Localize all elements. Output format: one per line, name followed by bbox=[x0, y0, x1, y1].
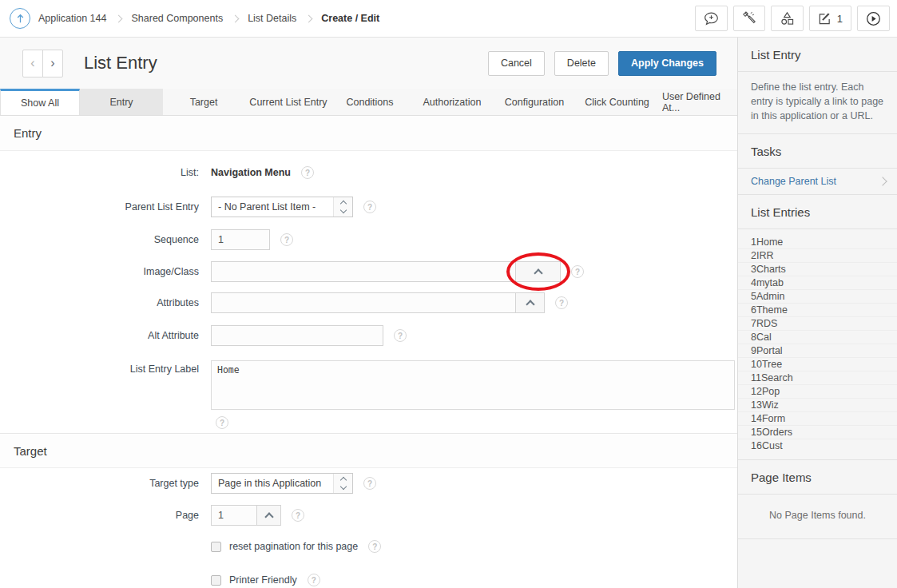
page-header: ‹ › List Entry Cancel Delete Apply Chang… bbox=[0, 38, 737, 89]
list-entry-item[interactable]: 6Theme bbox=[738, 304, 897, 317]
shared-components-button[interactable] bbox=[771, 6, 804, 31]
list-entry-item[interactable]: 16Cust bbox=[738, 439, 897, 453]
list-entry-item[interactable]: 5Admin bbox=[738, 290, 897, 304]
tab-show-all[interactable]: Show All bbox=[0, 89, 80, 115]
tab-entry[interactable]: Entry bbox=[80, 89, 163, 115]
list-entry-item[interactable]: 10Tree bbox=[738, 358, 897, 371]
field-row-printer-friendly: Printer Friendly bbox=[0, 574, 737, 586]
image-class-input[interactable] bbox=[211, 261, 516, 282]
help-icon[interactable] bbox=[308, 574, 320, 586]
apply-changes-button[interactable]: Apply Changes bbox=[618, 51, 716, 76]
tab-user-defined[interactable]: User Defined At... bbox=[662, 89, 737, 115]
change-parent-list-label: Change Parent List bbox=[751, 176, 836, 187]
field-row-attributes: Attributes bbox=[0, 292, 737, 313]
page-title: List Entry bbox=[84, 53, 157, 74]
list-entries-list: 1Home 2IRR 3Charts 4mytab 5Admin 6Theme … bbox=[738, 229, 897, 460]
field-row-target-type: Target type Page in this Application bbox=[0, 473, 737, 494]
target-section-header: Target bbox=[0, 433, 737, 468]
tab-target[interactable]: Target bbox=[163, 89, 244, 115]
help-icon[interactable] bbox=[555, 296, 568, 309]
delete-button[interactable]: Delete bbox=[554, 51, 609, 76]
list-entry-item[interactable]: 14Form bbox=[738, 412, 897, 426]
run-application-button[interactable] bbox=[857, 6, 890, 31]
list-entry-item[interactable]: 3Charts bbox=[738, 263, 897, 276]
field-row-reset-pagination: reset pagination for this page bbox=[0, 540, 737, 553]
list-entry-item[interactable]: 11Search bbox=[738, 371, 897, 385]
chevron-left-icon: ‹ bbox=[30, 56, 34, 70]
target-type-label: Target type bbox=[0, 478, 211, 489]
field-row-image-class: Image/Class bbox=[0, 261, 737, 282]
page-input[interactable] bbox=[211, 505, 257, 526]
field-row-page: Page bbox=[0, 505, 737, 526]
select-spinner-icon bbox=[333, 197, 352, 217]
feedback-bubble-icon bbox=[704, 12, 719, 26]
list-entry-item[interactable]: 15Orders bbox=[738, 426, 897, 439]
attributes-label: Attributes bbox=[0, 297, 211, 308]
tab-current-list-entry[interactable]: Current List Entry bbox=[244, 89, 332, 115]
up-level-icon[interactable] bbox=[10, 8, 30, 29]
form-tabs: Show All Entry Target Current List Entry… bbox=[0, 89, 737, 116]
list-entry-item[interactable]: 1Home bbox=[738, 236, 897, 249]
play-icon bbox=[866, 11, 881, 26]
tab-configuration[interactable]: Configuration bbox=[497, 89, 572, 115]
help-icon[interactable] bbox=[368, 540, 381, 553]
help-icon[interactable] bbox=[394, 329, 407, 342]
next-entry-button[interactable]: › bbox=[42, 50, 63, 77]
breadcrumb-separator-icon bbox=[232, 14, 240, 22]
field-row-parent-list-entry: Parent List Entry - No Parent List Item … bbox=[0, 197, 737, 217]
feedback-button[interactable] bbox=[695, 6, 728, 31]
page-popup-button[interactable] bbox=[257, 505, 281, 526]
list-entry-label-textarea[interactable]: Home bbox=[211, 360, 735, 410]
breadcrumb-shared-components[interactable]: Shared Components bbox=[131, 13, 223, 24]
flashlight-icon bbox=[742, 11, 756, 26]
change-parent-list-link[interactable]: Change Parent List bbox=[738, 169, 897, 195]
help-icon[interactable] bbox=[292, 509, 304, 522]
field-row-list: List: Navigation Menu bbox=[0, 165, 737, 181]
help-icon[interactable] bbox=[216, 416, 228, 429]
target-type-select[interactable]: Page in this Application bbox=[211, 473, 353, 494]
top-toolbar: Application 144 Shared Components List D… bbox=[0, 0, 897, 38]
spotlight-search-button[interactable] bbox=[733, 6, 765, 31]
reset-pagination-checkbox[interactable] bbox=[211, 542, 221, 552]
breadcrumb-application[interactable]: Application 144 bbox=[38, 13, 106, 24]
help-icon[interactable] bbox=[301, 166, 314, 179]
attributes-input[interactable] bbox=[211, 292, 516, 313]
list-entry-item[interactable]: 8Cal bbox=[738, 331, 897, 344]
tab-conditions[interactable]: Conditions bbox=[332, 89, 407, 115]
breadcrumb: Application 144 Shared Components List D… bbox=[10, 8, 379, 29]
tab-authorization[interactable]: Authorization bbox=[407, 89, 497, 115]
sidebar-tasks-title: Tasks bbox=[738, 134, 897, 169]
cancel-button[interactable]: Cancel bbox=[488, 51, 545, 76]
help-icon[interactable] bbox=[363, 201, 376, 213]
chevron-up-icon bbox=[526, 300, 534, 308]
help-icon[interactable] bbox=[363, 477, 376, 490]
record-navigation: ‹ › bbox=[22, 50, 63, 77]
main-layout: ‹ › List Entry Cancel Delete Apply Chang… bbox=[0, 38, 897, 588]
help-icon[interactable] bbox=[571, 265, 584, 278]
attributes-popup-button[interactable] bbox=[516, 292, 545, 313]
chevron-up-icon bbox=[534, 268, 542, 277]
previous-entry-button[interactable]: ‹ bbox=[22, 50, 43, 77]
tab-click-counting[interactable]: Click Counting bbox=[572, 89, 662, 115]
sidebar-about-description: Define the list entry. Each entry is typ… bbox=[738, 72, 897, 134]
list-entry-item[interactable]: 9Portal bbox=[738, 344, 897, 358]
edit-page-button[interactable]: 1 bbox=[809, 6, 851, 31]
sidebar-list-entries-title: List Entries bbox=[738, 195, 897, 229]
target-type-value: Page in this Application bbox=[212, 478, 333, 489]
page-items-empty-message: No Page Items found. bbox=[738, 495, 897, 539]
list-entry-item[interactable]: 4mytab bbox=[738, 276, 897, 290]
parent-list-entry-select[interactable]: - No Parent List Item - bbox=[211, 197, 353, 217]
sequence-label: Sequence bbox=[0, 234, 211, 245]
list-entry-item[interactable]: 7RDS bbox=[738, 317, 897, 331]
breadcrumb-list-details[interactable]: List Details bbox=[248, 13, 296, 24]
help-icon[interactable] bbox=[280, 233, 293, 246]
sidebar-page-items-title: Page Items bbox=[738, 460, 897, 495]
alt-attribute-input[interactable] bbox=[211, 325, 383, 346]
image-class-popup-button[interactable] bbox=[516, 261, 561, 282]
list-entry-item[interactable]: 2IRR bbox=[738, 249, 897, 263]
sequence-input[interactable] bbox=[211, 229, 270, 250]
list-entry-item[interactable]: 12Pop bbox=[738, 385, 897, 399]
breadcrumb-separator-icon bbox=[115, 14, 123, 22]
printer-friendly-checkbox[interactable] bbox=[211, 575, 221, 586]
list-entry-item[interactable]: 13Wiz bbox=[738, 399, 897, 412]
